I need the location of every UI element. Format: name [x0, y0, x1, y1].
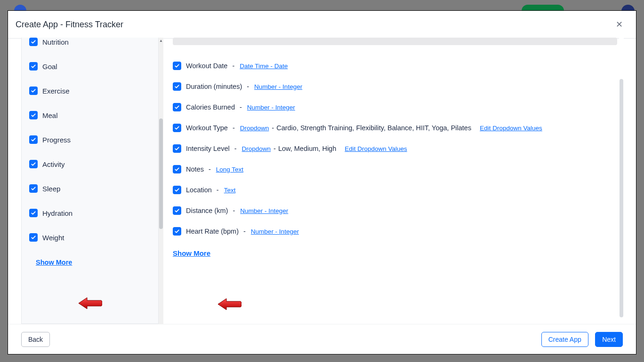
scroll-up-icon: ▲: [159, 39, 163, 43]
checkbox-icon[interactable]: [173, 165, 181, 173]
sidebar-item-label: Goal: [42, 63, 57, 71]
main-panel: Workout Date - Date Time - Date Duration…: [163, 38, 632, 324]
grey-header-bar: [173, 38, 617, 45]
field-name: Duration (minutes): [186, 83, 242, 90]
field-type-link[interactable]: Dropdown: [240, 125, 269, 132]
field-name: Intensity Level: [186, 145, 230, 152]
field-type-link[interactable]: Number - Integer: [240, 207, 288, 214]
checkbox-icon[interactable]: [173, 227, 181, 236]
field-row-duration: Duration (minutes) - Number - Integer: [173, 76, 617, 97]
checkbox-icon[interactable]: [29, 184, 38, 193]
sidebar-wrap: Nutrition Goal Exercise Meal Progress: [21, 38, 163, 324]
field-row-distance: Distance (km) - Number - Integer: [173, 200, 617, 221]
sidebar-item-label: Progress: [42, 136, 71, 144]
field-type-link[interactable]: Text: [224, 187, 236, 194]
field-options: Cardio, Strength Training, Flexibility, …: [276, 124, 471, 132]
field-name: Notes: [186, 165, 204, 173]
field-name: Distance (km): [186, 207, 228, 214]
checkbox-icon[interactable]: [29, 87, 38, 95]
main-scroll-thumb[interactable]: [620, 79, 623, 317]
edit-dropdown-link[interactable]: Edit Dropdown Values: [480, 125, 542, 132]
field-row-workout-date: Workout Date - Date Time - Date: [173, 55, 617, 76]
sidebar-item-label: Weight: [42, 234, 64, 242]
sidebar-item-meal[interactable]: Meal: [29, 102, 151, 127]
checkbox-icon[interactable]: [29, 233, 38, 242]
checkbox-icon[interactable]: [29, 62, 38, 71]
sidebar-item-label: Nutrition: [42, 38, 69, 46]
sidebar-item-label: Meal: [42, 111, 58, 119]
field-name: Calories Burned: [186, 103, 235, 111]
checkbox-icon[interactable]: [173, 124, 181, 132]
field-row-calories: Calories Burned - Number - Integer: [173, 97, 617, 118]
field-name: Heart Rate (bpm): [186, 228, 239, 235]
back-button[interactable]: Back: [21, 332, 50, 347]
checkbox-icon[interactable]: [29, 38, 38, 46]
field-options: Low, Medium, High: [278, 145, 336, 152]
field-type-link[interactable]: Long Text: [216, 166, 243, 173]
field-type-link[interactable]: Date Time - Date: [240, 63, 288, 70]
checkbox-icon[interactable]: [173, 62, 181, 70]
checkbox-icon[interactable]: [29, 160, 38, 168]
sidebar-item-label: Hydration: [42, 209, 72, 217]
main-show-more-link[interactable]: Show More: [173, 249, 210, 257]
close-icon[interactable]: ✕: [612, 17, 627, 31]
sidebar-show-more-link[interactable]: Show More: [36, 259, 72, 266]
checkbox-icon[interactable]: [29, 209, 38, 217]
edit-dropdown-link[interactable]: Edit Dropdown Values: [345, 145, 407, 152]
field-row-heart-rate: Heart Rate (bpm) - Number - Integer: [173, 221, 617, 242]
sidebar-item-goal[interactable]: Goal: [29, 54, 151, 78]
modal-body: Nutrition Goal Exercise Meal Progress: [8, 38, 636, 324]
field-row-notes: Notes - Long Text: [173, 159, 617, 180]
field-name: Location: [186, 186, 212, 194]
sidebar-item-nutrition[interactable]: Nutrition: [29, 38, 151, 54]
field-type-link[interactable]: Number - Integer: [251, 228, 299, 235]
sidebar-item-progress[interactable]: Progress: [29, 127, 151, 151]
modal-footer: Back Create App Next: [8, 324, 636, 354]
sidebar: Nutrition Goal Exercise Meal Progress: [21, 38, 159, 324]
field-type-link[interactable]: Dropdown: [242, 145, 271, 152]
sidebar-scrollbar[interactable]: ▲: [159, 38, 163, 324]
modal-header: Create App - Fitness Tracker ✕: [8, 11, 636, 39]
sidebar-scroll-thumb[interactable]: [159, 118, 163, 229]
sidebar-item-label: Exercise: [42, 87, 70, 95]
field-type-link[interactable]: Number - Integer: [247, 104, 295, 111]
field-row-workout-type: Workout Type - Dropdown - Cardio, Streng…: [173, 118, 617, 138]
sidebar-item-weight[interactable]: Weight: [29, 225, 151, 249]
checkbox-icon[interactable]: [29, 135, 38, 144]
checkbox-icon[interactable]: [173, 144, 181, 153]
create-app-modal: Create App - Fitness Tracker ✕ Nutrition…: [8, 10, 636, 354]
sidebar-item-label: Activity: [42, 160, 65, 168]
sidebar-item-hydration[interactable]: Hydration: [29, 200, 151, 225]
checkbox-icon[interactable]: [29, 111, 38, 119]
field-name: Workout Date: [186, 62, 227, 70]
field-row-intensity: Intensity Level - Dropdown - Low, Medium…: [173, 138, 617, 159]
main-scrollbar[interactable]: [619, 38, 624, 320]
main-content: Workout Date - Date Time - Date Duration…: [173, 38, 617, 320]
field-type-link[interactable]: Number - Integer: [254, 83, 302, 90]
next-button[interactable]: Next: [595, 332, 623, 347]
sidebar-item-label: Sleep: [42, 185, 60, 193]
checkbox-icon[interactable]: [173, 206, 181, 215]
field-name: Workout Type: [186, 124, 228, 132]
sidebar-item-activity[interactable]: Activity: [29, 151, 151, 176]
sidebar-item-sleep[interactable]: Sleep: [29, 176, 151, 200]
checkbox-icon[interactable]: [173, 82, 181, 91]
modal-title: Create App - Fitness Tracker: [16, 20, 123, 30]
create-app-button[interactable]: Create App: [541, 332, 588, 347]
checkbox-icon[interactable]: [173, 103, 181, 111]
checkbox-icon[interactable]: [173, 186, 181, 194]
sidebar-item-exercise[interactable]: Exercise: [29, 78, 151, 102]
field-row-location: Location - Text: [173, 180, 617, 200]
